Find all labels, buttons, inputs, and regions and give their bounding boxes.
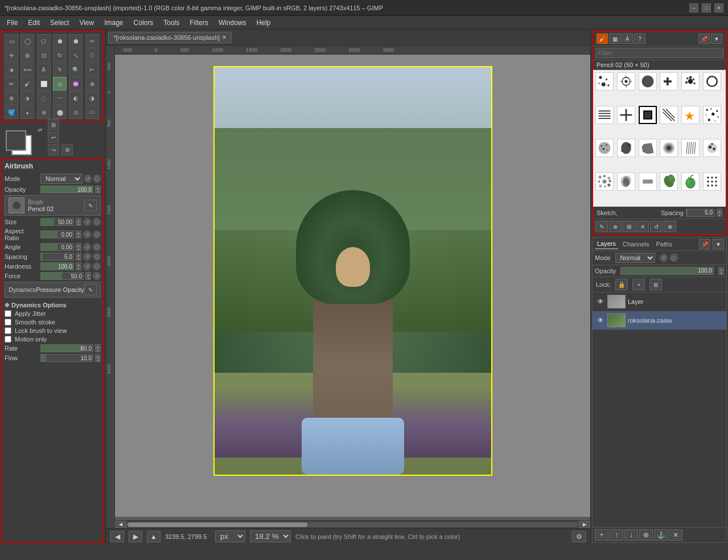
tool-crop[interactable]: ⊡ (37, 48, 51, 62)
size-spin[interactable]: ▲ ▼ (76, 218, 81, 226)
brush-cell-scatter3[interactable] (703, 139, 721, 157)
tool-clone[interactable]: ⊕ (85, 77, 99, 90)
help-tab-btn[interactable]: ? (634, 34, 645, 44)
hardness-spin[interactable]: ▲ ▼ (76, 262, 81, 270)
tool-measure[interactable]: ⊢ (85, 63, 99, 76)
lock-brush-checkbox[interactable] (5, 327, 11, 334)
brush-cell-ring[interactable] (703, 72, 721, 90)
brush-cell-bristle[interactable] (681, 139, 700, 157)
rate-slider[interactable]: 80.0 (40, 344, 93, 352)
layers-opacity-spin[interactable]: ▲ ▼ (718, 267, 724, 275)
brush-cell-apple[interactable] (681, 172, 700, 191)
brush-cell-selected-square[interactable] (639, 106, 657, 124)
dynamics-edit-btn[interactable]: ✎ (84, 284, 97, 295)
size-down[interactable]: ▼ (76, 222, 81, 226)
brushes-filter-input[interactable] (595, 48, 723, 58)
aspect-ratio-link[interactable]: ⬡ (93, 230, 101, 238)
aspect-ratio-slider[interactable]: 0.00 (40, 230, 74, 238)
canvas-image[interactable] (213, 66, 492, 476)
brush-refresh-action[interactable]: ↺ (650, 221, 663, 232)
brush-duplicate-action[interactable]: ⊞ (623, 221, 635, 232)
status-unit-select[interactable]: px % mm (215, 530, 245, 542)
patterns-tab-btn[interactable]: ▦ (609, 34, 620, 44)
size-reset[interactable]: ↺ (83, 218, 91, 226)
layers-opacity-slider[interactable]: 100.0 (620, 267, 714, 275)
tool-bucket-fill[interactable]: 🪣 (5, 105, 18, 119)
maximize-button[interactable]: □ (702, 3, 711, 13)
brush-cell-watercolor[interactable] (617, 172, 635, 191)
brush-cell-dots-cluster[interactable] (681, 72, 700, 90)
panel-pin-btn[interactable]: 📌 (698, 34, 710, 44)
hardness-reset[interactable]: ↺ (83, 262, 91, 270)
menu-help[interactable]: Help (252, 18, 275, 28)
minimize-button[interactable]: ─ (689, 3, 698, 13)
panel-menu-btn[interactable]: ▼ (711, 34, 722, 44)
brush-cell-scatter[interactable] (595, 72, 614, 90)
tool-move[interactable]: ✛ (5, 48, 18, 62)
tool-rect-select[interactable]: ▭ (5, 34, 18, 48)
tool-blend[interactable]: ⬥ (20, 105, 34, 119)
mode-select[interactable]: Normal Multiply Screen (40, 174, 83, 184)
menu-image[interactable]: Image (100, 18, 127, 28)
config-btn[interactable]: ⚙ (61, 144, 73, 155)
tool-free-select[interactable]: ⬡ (37, 34, 51, 48)
tool-zoom[interactable]: 🔍 (69, 63, 83, 76)
brush-cell-soft-round[interactable] (660, 139, 678, 157)
rate-spin[interactable]: ▲ ▼ (95, 344, 101, 352)
layer-eye-2[interactable]: 👁 (596, 316, 605, 325)
brush-cell-diagonal[interactable] (660, 106, 678, 124)
layers-tab[interactable]: Layers (595, 239, 618, 249)
hardness-slider[interactable]: 100.0 (40, 262, 74, 270)
tool-flip[interactable]: ⟺ (20, 63, 34, 76)
brush-edit-action[interactable]: ✎ (595, 221, 608, 232)
opacity-slider[interactable]: 100.0 (40, 186, 93, 193)
menu-filters[interactable]: Filters (185, 18, 213, 28)
spacing-reset[interactable]: ↺ (83, 253, 91, 261)
mode-link[interactable]: ⬡ (93, 175, 101, 183)
layers-raise-btn[interactable]: ↑ (610, 529, 623, 541)
history-btn[interactable]: ↩ (48, 131, 59, 143)
aspect-ratio-spin[interactable]: ▲ ▼ (76, 230, 81, 238)
tool-scale[interactable]: ⤡ (69, 48, 83, 62)
tool-fuzzy-select[interactable]: ⬢ (53, 34, 67, 48)
mode-reset[interactable]: ↺ (84, 175, 92, 183)
brush-cell-textured1[interactable] (595, 139, 614, 157)
menu-edit[interactable]: Edit (23, 18, 44, 28)
canvas-content[interactable] (115, 55, 590, 517)
brush-edit-btn[interactable]: ✎ (84, 200, 97, 211)
brush-cell-splatter[interactable] (617, 72, 635, 90)
layer-eye-1[interactable]: 👁 (596, 297, 605, 306)
tool-heal[interactable]: ⊕ (5, 91, 18, 105)
opacity-up[interactable]: ▲ (95, 186, 101, 190)
tool-align[interactable]: ⊞ (20, 48, 34, 62)
tool-eraser[interactable]: ⬜ (37, 77, 51, 90)
brush-cell-sponge[interactable] (595, 172, 614, 191)
tool-ink[interactable]: ♒ (69, 77, 83, 90)
brush-cell-scattered2[interactable] (703, 106, 721, 124)
nav-up-btn[interactable]: ▲ (147, 531, 161, 542)
brush-cell-ink-splat[interactable] (617, 139, 635, 157)
fonts-tab-btn[interactable]: A (622, 34, 633, 44)
smooth-stroke-checkbox[interactable] (5, 319, 11, 326)
tool-select-by-color[interactable]: ⬢ (69, 34, 83, 48)
brush-cell-star-big[interactable]: ★ (681, 106, 700, 124)
scroll-right-btn[interactable]: ▶ (579, 521, 590, 529)
opacity-spin[interactable]: ▲ ▼ (95, 186, 101, 193)
aspect-ratio-reset[interactable]: ↺ (83, 230, 91, 238)
force-spin[interactable]: ▲ ▼ (85, 272, 91, 280)
brushes-spacing-slider[interactable]: 5.0 (686, 209, 714, 217)
close-tab-icon[interactable]: ✕ (222, 34, 227, 40)
menu-select[interactable]: Select (46, 18, 73, 28)
layers-mode-reset[interactable]: ↺ (660, 254, 668, 262)
tool-convolve[interactable]: ⊛ (37, 105, 51, 119)
layers-duplicate-btn[interactable]: ⊕ (639, 529, 653, 541)
size-slider[interactable]: 50.00 (40, 218, 74, 226)
tool-extra1[interactable]: ⬤ (53, 105, 67, 119)
tool-paintbrush[interactable]: 🖌 (20, 77, 34, 90)
tool-shear[interactable]: ⬯ (85, 48, 99, 62)
layers-new-btn[interactable]: + (595, 529, 608, 541)
tool-desaturate[interactable]: ◑ (85, 91, 99, 105)
force-slider[interactable]: 50.0 (40, 272, 84, 280)
force-reset[interactable]: ↺ (93, 272, 101, 280)
flow-spin[interactable]: ▲ ▼ (95, 354, 101, 362)
